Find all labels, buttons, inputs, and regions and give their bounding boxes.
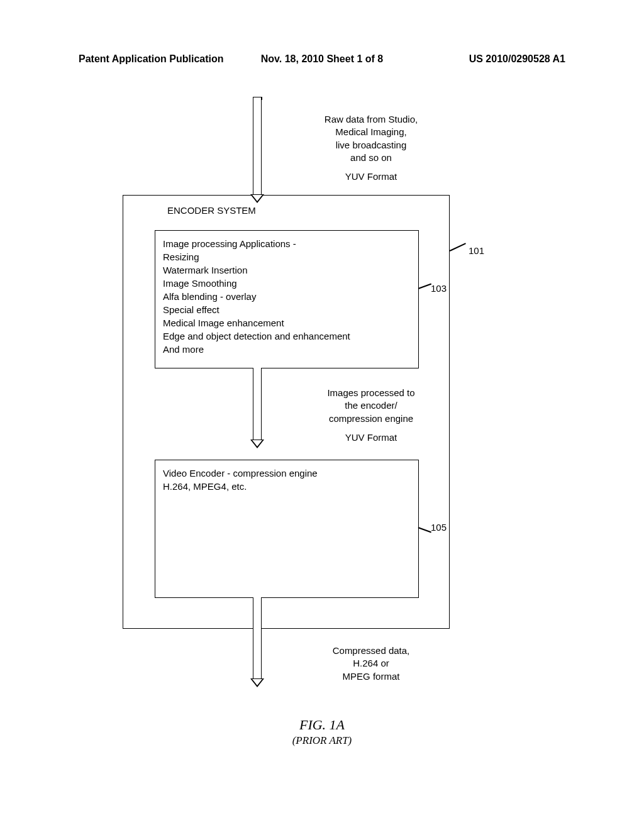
mid-label-line: YUV Format: [311, 431, 431, 444]
input-label: Raw data from Studio, Medical Imaging, l…: [311, 113, 431, 183]
header-left: Patent Application Publication: [79, 53, 241, 65]
figure-number: FIG. 1A: [0, 717, 644, 733]
ref-101: 101: [469, 245, 484, 256]
figure-subtitle: (PRIOR ART): [0, 734, 644, 747]
input-label-line: YUV Format: [311, 170, 431, 183]
mid-label-line: compression engine: [311, 412, 431, 425]
encoder-title: ENCODER SYSTEM: [167, 205, 256, 216]
box103-line: Image processing Applications -: [163, 237, 411, 250]
input-label-line: Medical Imaging,: [311, 126, 431, 138]
box103-line: And more: [163, 343, 411, 356]
input-label-line: and so on: [311, 152, 431, 164]
header-right: US 2010/0290528 A1: [403, 53, 565, 65]
arrow-input: [253, 97, 262, 195]
input-label-line: Raw data from Studio,: [311, 113, 431, 126]
box103-line: Resizing: [163, 250, 411, 263]
out-label-line: Compressed data,: [311, 645, 431, 657]
ref-103: 103: [431, 283, 447, 294]
figure-caption: FIG. 1A (PRIOR ART): [0, 717, 644, 747]
mid-label: Images processed to the encoder/ compres…: [311, 387, 431, 444]
mid-label-line: Images processed to: [311, 387, 431, 399]
out-label-line: MPEG format: [311, 670, 431, 683]
box103-line: Edge and object detection and enhancemen…: [163, 329, 411, 343]
video-encoder-box: Video Encoder - compression engine H.264…: [155, 460, 419, 598]
output-label: Compressed data, H.264 or MPEG format: [311, 645, 431, 683]
box103-line: Special effect: [163, 303, 411, 316]
box103-line: Watermark Insertion: [163, 263, 411, 277]
arrow-mid: [253, 368, 262, 440]
mid-label-line: the encoder/: [311, 399, 431, 412]
image-processing-box: Image processing Applications - Resizing…: [155, 230, 419, 368]
box103-line: Medical Image enhancement: [163, 316, 411, 329]
leader-line-101: [450, 243, 466, 251]
box103-line: Image Smoothing: [163, 277, 411, 290]
box103-line: Alfa blending - overlay: [163, 290, 411, 303]
box105-line: H.264, MPEG4, etc.: [163, 480, 411, 493]
box105-line: Video Encoder - compression engine: [163, 467, 411, 480]
input-label-line: live broadcasting: [311, 139, 431, 152]
page-header: Patent Application Publication Nov. 18, …: [0, 53, 644, 65]
header-center: Nov. 18, 2010 Sheet 1 of 8: [241, 53, 403, 65]
out-label-line: H.264 or: [311, 657, 431, 670]
ref-105: 105: [431, 522, 447, 533]
arrow-output: [253, 597, 262, 679]
